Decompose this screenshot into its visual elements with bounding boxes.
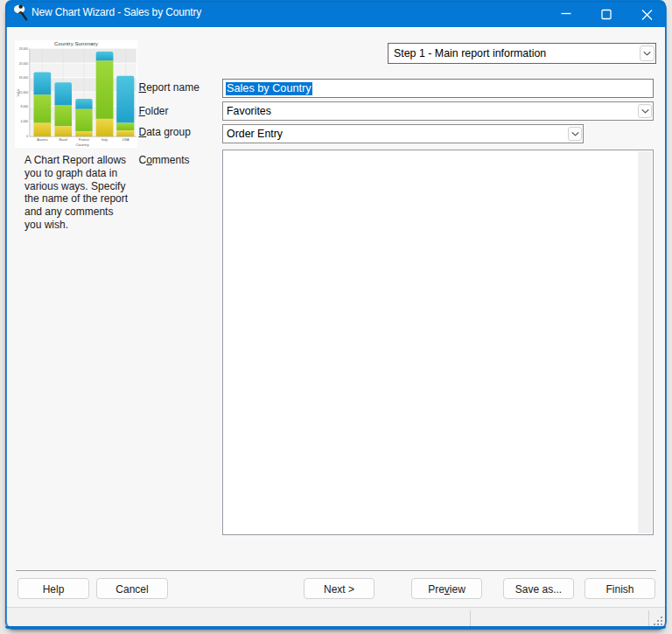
svg-text:Value: Value	[17, 88, 20, 96]
svg-text:4,000: 4,000	[21, 119, 29, 122]
svg-text:0: 0	[26, 135, 28, 138]
svg-text:12,000: 12,000	[19, 90, 28, 94]
svg-text:Austria: Austria	[37, 138, 48, 142]
svg-text:16,000: 16,000	[19, 76, 28, 80]
svg-text:20,000: 20,000	[19, 61, 28, 65]
svg-text:Italy: Italy	[102, 138, 108, 142]
svg-text:24,000: 24,000	[19, 47, 28, 51]
svg-text:Country Summary: Country Summary	[54, 40, 99, 46]
svg-text:USA: USA	[122, 138, 130, 142]
svg-text:Brazil: Brazil	[59, 138, 67, 142]
svg-text:Country: Country	[75, 142, 89, 146]
svg-text:France: France	[79, 138, 89, 142]
svg-text:8,000: 8,000	[21, 105, 29, 108]
